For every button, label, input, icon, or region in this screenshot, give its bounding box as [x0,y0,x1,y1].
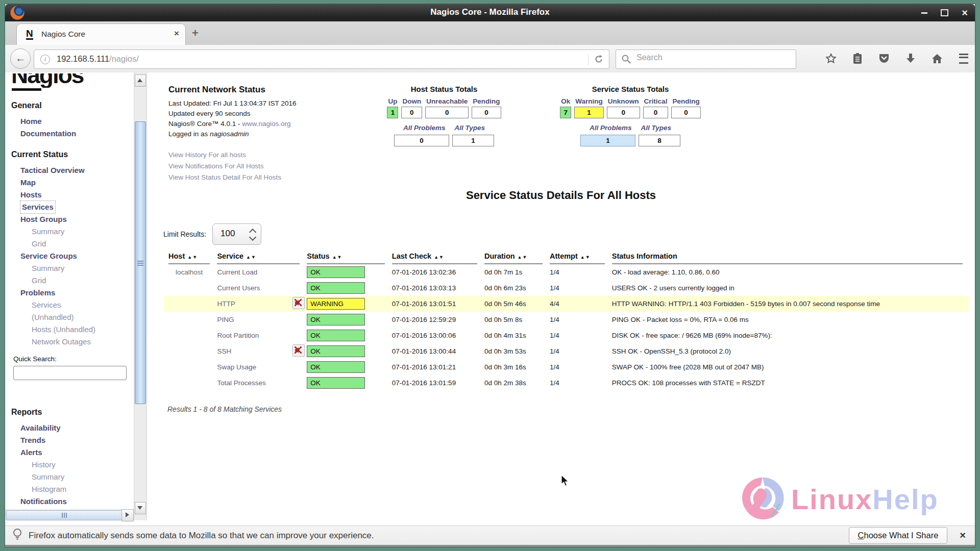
sidebar-item-services[interactable]: Services [20,201,134,213]
reading-list-icon[interactable] [851,53,864,65]
sidebar-item-network-outages[interactable]: Network Outages [32,336,134,348]
close-window-button[interactable]: × [962,8,968,18]
sidebar-horizontal-scrollbar[interactable] [5,509,134,520]
sidebar-item-history[interactable]: History [32,459,134,471]
home-icon[interactable] [931,53,943,65]
totals-count-ok[interactable]: 7 [560,107,571,118]
url-bar[interactable]: i 192.168.5.111/nagios/ [34,49,609,69]
sort-arrows-icon[interactable]: ▲▼ [246,255,256,260]
main-vertical-scrollbar[interactable] [134,72,147,520]
search-bar[interactable] [616,49,796,69]
column-header-status[interactable]: Status▲▼ [307,250,391,264]
totals-column-critical[interactable]: Critical [643,97,669,105]
reload-icon[interactable] [588,54,604,65]
column-header-host[interactable]: Host▲▼ [163,250,217,264]
quick-search-input[interactable] [13,366,127,380]
notification-close-icon[interactable]: × [960,530,966,541]
nagios-org-link[interactable]: www.nagios.org [242,120,290,128]
service-link[interactable]: Current Users [217,280,307,296]
sidebar-item-alerts[interactable]: Alerts [20,446,134,459]
download-icon[interactable] [904,53,917,65]
limit-results-select[interactable]: 100 [212,223,261,245]
totals-count-down[interactable]: 0 [401,107,422,118]
column-header-service[interactable]: Service▲▼ [217,250,307,264]
sidebar-item-grid[interactable]: Grid [32,238,134,250]
sidebar-item-services-unhandled[interactable]: Services (Unhandled) [32,299,98,323]
site-info-icon[interactable]: i [40,55,50,64]
scroll-up-button[interactable] [135,74,146,87]
sidebar-item-availability[interactable]: Availability [20,422,134,434]
totals-count-warning[interactable]: 1 [574,107,604,118]
view-history-link[interactable]: View History For all hosts [168,149,413,161]
all-types-label[interactable]: All Types [641,124,672,132]
sidebar-item-documentation[interactable]: Documentation [20,128,134,140]
spinner-arrows-icon[interactable] [250,229,255,240]
scroll-down-button[interactable] [135,502,146,514]
sidebar-item-trends[interactable]: Trends [20,434,134,446]
sort-arrows-icon[interactable]: ▲▼ [434,255,444,260]
totals-count-up[interactable]: 1 [387,107,398,118]
tab-close-icon[interactable]: × [174,29,179,39]
sidebar-item-grid[interactable]: Grid [32,274,134,287]
tab-nagios-core[interactable]: N Nagios Core × [16,23,186,45]
host-link[interactable]: localhost [163,264,217,280]
view-host-status-link[interactable]: View Host Status Detail For All Hosts [168,172,413,183]
service-link[interactable]: PING [217,312,307,328]
sidebar-item-summary[interactable]: Summary [32,226,134,238]
notifications-disabled-icon[interactable] [292,344,305,357]
menu-hamburger-icon[interactable] [958,53,970,65]
column-header-duration[interactable]: Duration▲▼ [484,250,550,264]
totals-count-unknown[interactable]: 0 [607,107,640,118]
totals-column-unreachable[interactable]: Unreachable [425,97,469,105]
totals-column-ok[interactable]: Ok [559,97,572,105]
sidebar-item-notifications[interactable]: Notifications [20,495,134,508]
all-types-label[interactable]: All Types [455,124,485,132]
column-header-attempt[interactable]: Attempt▲▼ [550,250,612,264]
choose-what-i-share-button[interactable]: Choose What I Share [849,527,948,544]
maximize-button[interactable] [941,9,948,16]
service-link[interactable]: HTTP [217,296,307,312]
all-problems-label[interactable]: All Problems [590,124,632,132]
scroll-right-button[interactable] [121,509,134,521]
totals-column-down[interactable]: Down [401,97,423,105]
minimize-button[interactable] [921,12,927,14]
url-text[interactable]: 192.168.5.111/nagios/ [57,54,139,64]
view-notifications-link[interactable]: View Notifications For All Hosts [168,161,413,172]
sort-arrows-icon[interactable]: ▲▼ [518,255,528,260]
service-link[interactable]: Swap Usage [217,359,307,375]
back-button[interactable]: ← [10,48,31,69]
totals-count-pending[interactable]: 0 [671,107,700,118]
sidebar-item-host-groups[interactable]: Host Groups [20,213,134,226]
sidebar-item-summary[interactable]: Summary [32,262,134,274]
service-link[interactable]: SSH [217,343,307,359]
bookmark-star-icon[interactable] [825,53,837,65]
sort-arrows-icon[interactable]: ▲▼ [580,255,591,260]
totals-column-pending[interactable]: Pending [671,97,701,105]
service-link[interactable]: Root Partition [217,328,307,343]
notifications-disabled-icon[interactable] [292,297,305,309]
totals-column-unknown[interactable]: Unknown [606,97,641,105]
sidebar-item-summary[interactable]: Summary [32,471,134,483]
totals-column-up[interactable]: Up [386,97,399,105]
all-problems-label[interactable]: All Problems [403,124,446,132]
totals-count-critical[interactable]: 0 [643,107,669,118]
totals-column-pending[interactable]: Pending [471,97,501,105]
sort-arrows-icon[interactable]: ▲▼ [332,255,342,260]
horizontal-scrollbar-thumb[interactable] [6,510,122,520]
sidebar-item-tactical-overview[interactable]: Tactical Overview [20,164,134,177]
sidebar-item-hosts-unhandled[interactable]: Hosts (Unhandled) [32,323,134,336]
sidebar-item-histogram[interactable]: Histogram [32,483,134,495]
search-input[interactable] [635,53,786,63]
service-link[interactable]: Current Load [217,264,307,280]
vertical-scrollbar-thumb[interactable] [135,121,146,404]
sort-arrows-icon[interactable]: ▲▼ [187,255,198,260]
sidebar-item-hosts[interactable]: Hosts [20,189,134,201]
all-types-count[interactable]: 8 [639,135,680,146]
sidebar-item-home[interactable]: Home [20,115,134,128]
totals-count-pending[interactable]: 0 [472,107,501,118]
sidebar-item-problems[interactable]: Problems [20,287,134,299]
column-header-last-check[interactable]: Last Check▲▼ [392,250,484,264]
service-link[interactable]: Total Processes [217,375,307,391]
totals-column-warning[interactable]: Warning [574,97,604,105]
pocket-icon[interactable] [878,53,890,65]
